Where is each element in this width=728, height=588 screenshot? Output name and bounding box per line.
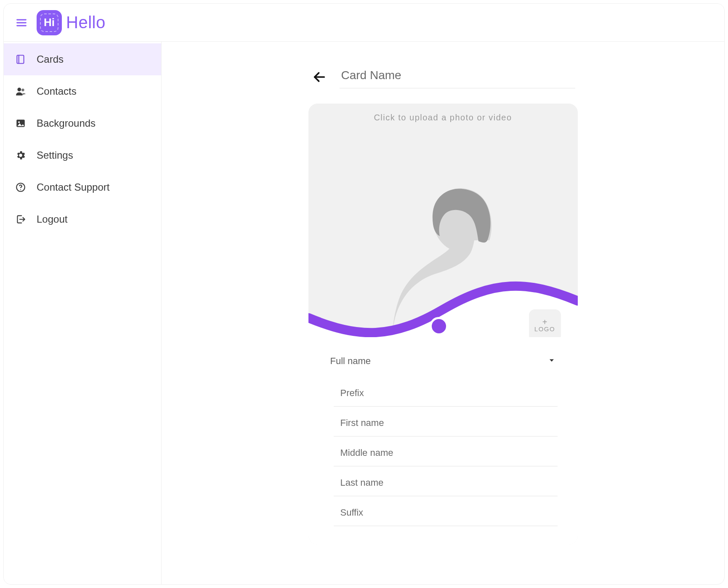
topbar: Hi Hello — [4, 4, 724, 42]
add-logo-button[interactable]: + LOGO — [529, 309, 561, 337]
color-picker-dot[interactable] — [430, 317, 448, 335]
svg-point-5 — [21, 89, 24, 92]
title-row — [308, 65, 578, 88]
sidebar-item-cards[interactable]: Cards — [4, 43, 161, 75]
sidebar-item-label: Cards — [37, 53, 64, 65]
backgrounds-icon — [15, 117, 27, 129]
body: Cards Contacts Backgrounds Settings — [4, 42, 724, 584]
hamburger-icon — [16, 17, 27, 29]
fullname-label: Full name — [330, 356, 371, 367]
upload-hint: Click to upload a photo or video — [308, 113, 578, 122]
sidebar-item-logout[interactable]: Logout — [4, 203, 161, 235]
sidebar-item-backgrounds[interactable]: Backgrounds — [4, 107, 161, 139]
card-name-input[interactable] — [340, 65, 575, 88]
svg-rect-3 — [17, 55, 24, 64]
photo-upload-area[interactable]: Click to upload a photo or video — [308, 104, 578, 337]
sidebar-item-label: Logout — [37, 213, 67, 225]
help-icon — [15, 181, 27, 193]
svg-point-7 — [18, 121, 20, 123]
settings-icon — [15, 149, 27, 161]
brand-badge-text: Hi — [44, 16, 55, 29]
contacts-icon — [15, 85, 27, 97]
sidebar-item-settings[interactable]: Settings — [4, 139, 161, 171]
svg-point-9 — [20, 189, 21, 190]
suffix-input[interactable] — [334, 498, 558, 526]
card-icon — [15, 53, 27, 65]
back-button[interactable] — [311, 69, 328, 85]
sidebar-item-label: Contact Support — [37, 181, 109, 193]
main: Click to upload a photo or video — [162, 42, 724, 584]
middle-name-input[interactable] — [334, 438, 558, 466]
svg-point-4 — [17, 88, 21, 91]
card-editor: Click to upload a photo or video — [308, 65, 578, 584]
chevron-down-icon — [547, 356, 556, 366]
brand-logo[interactable]: Hi Hello — [37, 10, 106, 35]
sidebar-item-label: Backgrounds — [37, 117, 96, 129]
brand-name: Hello — [66, 13, 106, 32]
sidebar-item-contact-support[interactable]: Contact Support — [4, 171, 161, 203]
first-name-input[interactable] — [334, 408, 558, 436]
menu-toggle-button[interactable] — [14, 15, 29, 30]
arrow-left-icon — [312, 70, 327, 84]
prefix-input[interactable] — [334, 378, 558, 407]
sidebar-item-label: Settings — [37, 149, 73, 161]
form-area: Full name — [308, 337, 578, 545]
logo-chip-label: LOGO — [534, 325, 555, 333]
card-preview-panel: Click to upload a photo or video — [308, 104, 578, 545]
fullname-toggle[interactable]: Full name — [329, 348, 558, 378]
name-fields — [329, 378, 558, 528]
last-name-input[interactable] — [334, 468, 558, 496]
brand-badge: Hi — [37, 10, 62, 35]
plus-icon: + — [542, 319, 547, 325]
sidebar: Cards Contacts Backgrounds Settings — [4, 42, 162, 584]
sidebar-item-label: Contacts — [37, 85, 77, 97]
app-frame: Hi Hello Cards Contacts — [3, 3, 725, 585]
sidebar-item-contacts[interactable]: Contacts — [4, 75, 161, 107]
logout-icon — [15, 213, 27, 225]
